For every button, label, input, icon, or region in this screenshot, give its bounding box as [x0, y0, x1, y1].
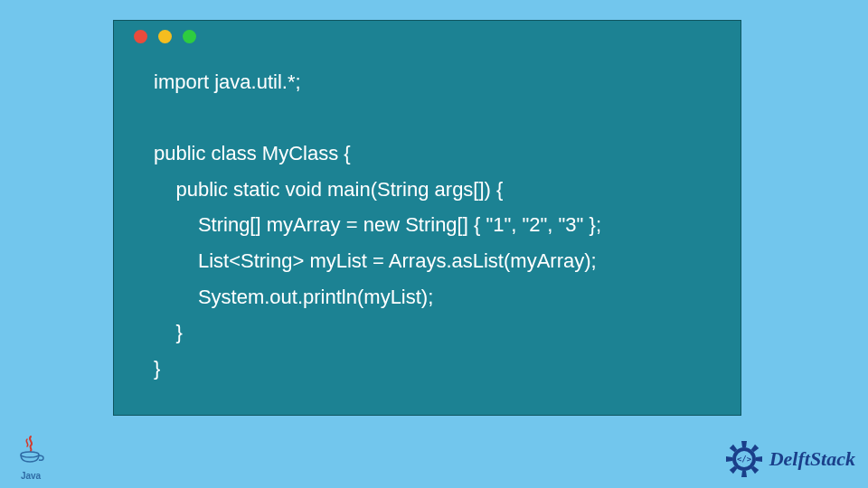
svg-text:</>: </> [737, 455, 752, 464]
svg-marker-2 [741, 471, 747, 477]
delftstack-logo-label: DelftStack [769, 447, 855, 471]
java-logo-label: Java [11, 471, 51, 481]
java-cup-icon [17, 435, 44, 465]
svg-marker-1 [741, 441, 747, 447]
svg-marker-3 [726, 456, 732, 462]
svg-marker-4 [756, 456, 762, 462]
code-block: import java.util.*; public class MyClass… [114, 52, 741, 386]
maximize-icon[interactable] [183, 30, 196, 43]
svg-point-0 [21, 452, 39, 457]
code-window: import java.util.*; public class MyClass… [113, 20, 741, 416]
close-icon[interactable] [134, 30, 147, 43]
delftstack-logo: </> DelftStack [724, 439, 855, 479]
java-logo: Java [11, 435, 51, 481]
minimize-icon[interactable] [158, 30, 172, 43]
delftstack-gear-icon: </> [724, 439, 764, 479]
window-titlebar [114, 21, 741, 52]
